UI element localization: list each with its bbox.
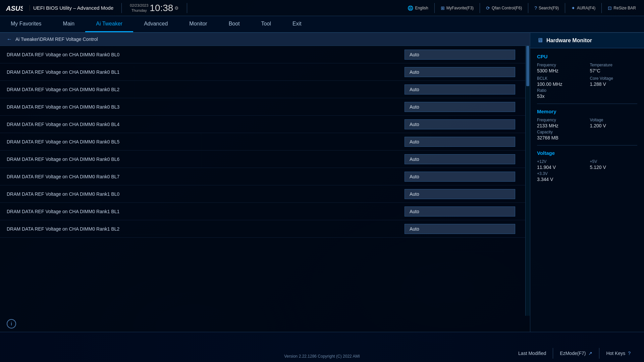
time-display: 10:38	[150, 3, 173, 13]
search-label: Search(F9)	[539, 6, 559, 10]
header-separator	[121, 3, 122, 13]
setting-value-3[interactable]: Auto	[405, 102, 515, 112]
setting-value-8[interactable]: Auto	[405, 189, 515, 199]
search-icon: ?	[534, 5, 537, 11]
memory-grid: Frequency 2133 MHz Voltage 1.200 V	[537, 118, 637, 128]
hotkeys-button[interactable]: Hot Keys ?	[599, 348, 637, 359]
setting-label-0: DRAM DATA REF Voltage on CHA DIMM0 Rank0…	[7, 52, 405, 57]
memory-frequency: Frequency 2133 MHz	[537, 118, 585, 128]
cpu-temperature: Temperature 57°C	[590, 63, 638, 73]
info-button[interactable]: i	[7, 319, 16, 328]
cpu-ratio: Ratio 53x	[537, 88, 637, 99]
setting-row-0[interactable]: DRAM DATA REF Voltage on CHA DIMM0 Rank0…	[0, 46, 525, 63]
setting-row-1[interactable]: DRAM DATA REF Voltage on CHA DIMM0 Rank0…	[0, 63, 525, 81]
time-gear-icon[interactable]: ⚙	[174, 5, 179, 11]
myfavorite-button[interactable]: ⊞ MyFavorite(F3)	[438, 4, 476, 12]
setting-row-3[interactable]: DRAM DATA REF Voltage on CHA DIMM0 Rank0…	[0, 98, 525, 116]
cpu-frequency: Frequency 5300 MHz	[537, 63, 585, 73]
scrollbar[interactable]	[525, 46, 530, 316]
svg-text:ASUS: ASUS	[6, 5, 23, 12]
voltage-33v: +3.3V 3.344 V	[537, 171, 637, 182]
bios-title: UEFI BIOS Utility – Advanced Mode	[30, 5, 113, 11]
hw-divider-1	[537, 104, 637, 104]
setting-value-5[interactable]: Auto	[405, 137, 515, 147]
search-button[interactable]: ? Search(F9)	[532, 4, 561, 12]
breadcrumb-path: Ai Tweaker\DRAM REF Voltage Control	[15, 37, 98, 42]
footer-right: Last Modified EzMode(F7) ↗ Hot Keys ?	[512, 348, 637, 359]
setting-value-7[interactable]: Auto	[405, 172, 515, 182]
header-sep-5	[528, 3, 528, 13]
settings-list: DRAM DATA REF Voltage on CHA DIMM0 Rank0…	[0, 46, 525, 316]
hw-monitor-panel: 🖥 Hardware Monitor CPU Frequency 5300 MH…	[530, 33, 644, 332]
qfan-button[interactable]: ⟳ Qfan Control(F6)	[483, 4, 525, 12]
setting-row-5[interactable]: DRAM DATA REF Voltage on CHA DIMM0 Rank0…	[0, 133, 525, 150]
setting-row-7[interactable]: DRAM DATA REF Voltage on CHA DIMM0 Rank0…	[0, 168, 525, 185]
setting-row-4[interactable]: DRAM DATA REF Voltage on CHA DIMM0 Rank0…	[0, 116, 525, 133]
setting-row-6[interactable]: DRAM DATA REF Voltage on CHA DIMM0 Rank0…	[0, 150, 525, 168]
setting-value-9[interactable]: Auto	[405, 206, 515, 217]
nav-monitor[interactable]: Monitor	[178, 16, 218, 32]
nav-boot[interactable]: Boot	[218, 16, 251, 32]
favorite-icon: ⊞	[441, 5, 445, 11]
setting-label-2: DRAM DATA REF Voltage on CHA DIMM0 Rank0…	[7, 87, 405, 92]
resizebar-label: ReSize BAR	[613, 6, 636, 10]
setting-value-10[interactable]: Auto	[405, 224, 515, 234]
content-area: ← Ai Tweaker\DRAM REF Voltage Control DR…	[0, 33, 644, 332]
main-panel: ← Ai Tweaker\DRAM REF Voltage Control DR…	[0, 33, 530, 332]
nav-bar: My Favorites Main Ai Tweaker Advanced Mo…	[0, 16, 644, 33]
nav-my-favorites[interactable]: My Favorites	[0, 16, 52, 32]
setting-label-1: DRAM DATA REF Voltage on CHA DIMM0 Rank0…	[7, 69, 405, 75]
resizebar-button[interactable]: ⊡ ReSize BAR	[605, 4, 639, 12]
info-area: i	[0, 316, 530, 332]
back-button[interactable]: ←	[7, 36, 12, 42]
ezmode-icon: ↗	[588, 351, 592, 356]
last-modified-button[interactable]: Last Modified	[512, 348, 553, 359]
setting-row-10[interactable]: DRAM DATA REF Voltage on CHA DIMM0 Rank1…	[0, 220, 525, 238]
asus-logo: ASUS	[5, 3, 23, 13]
setting-value-0[interactable]: Auto	[405, 50, 515, 60]
language-label: English	[415, 6, 428, 10]
setting-value-1[interactable]: Auto	[405, 67, 515, 77]
aura-label: AURA(F4)	[577, 6, 595, 10]
ezmode-label: EzMode(F7)	[560, 351, 586, 356]
setting-row-9[interactable]: DRAM DATA REF Voltage on CHA DIMM0 Rank1…	[0, 203, 525, 220]
hotkeys-label: Hot Keys	[606, 351, 625, 356]
hw-divider-2	[537, 145, 637, 145]
cpu-core-voltage: Core Voltage 1.288 V	[590, 76, 638, 87]
last-modified-label: Last Modified	[518, 351, 546, 356]
cpu-grid: Frequency 5300 MHz Temperature 57°C BCLK…	[537, 63, 637, 87]
setting-label-5: DRAM DATA REF Voltage on CHA DIMM0 Rank0…	[7, 139, 405, 144]
nav-advanced[interactable]: Advanced	[133, 16, 178, 32]
memory-section-title: Memory	[537, 109, 637, 114]
cpu-bclk: BCLK 100.00 MHz	[537, 76, 585, 87]
ezmode-button[interactable]: EzMode(F7) ↗	[553, 348, 599, 359]
header-separator-2	[187, 3, 187, 13]
setting-value-6[interactable]: Auto	[405, 154, 515, 164]
voltage-12v: +12V 11.904 V	[537, 159, 585, 170]
voltage-grid: +12V 11.904 V +5V 5.120 V	[537, 159, 637, 170]
qfan-label: Qfan Control(F6)	[492, 6, 522, 10]
setting-row-2[interactable]: DRAM DATA REF Voltage on CHA DIMM0 Rank0…	[0, 81, 525, 98]
hw-monitor-title: Hardware Monitor	[546, 38, 592, 44]
header-controls: 🌐 English ⊞ MyFavorite(F3) ⟳ Qfan Contro…	[405, 3, 639, 13]
hw-monitor-content: CPU Frequency 5300 MHz Temperature 57°C …	[530, 48, 644, 332]
header-sep-4	[480, 3, 480, 13]
cpu-section-title: CPU	[537, 54, 637, 59]
aura-button[interactable]: ✦ AURA(F4)	[569, 4, 598, 12]
setting-value-4[interactable]: Auto	[405, 119, 515, 129]
setting-row-8[interactable]: DRAM DATA REF Voltage on CHA DIMM0 Rank1…	[0, 185, 525, 203]
nav-ai-tweaker[interactable]: Ai Tweaker	[85, 16, 133, 32]
language-button[interactable]: 🌐 English	[405, 4, 431, 12]
nav-exit[interactable]: Exit	[282, 16, 312, 32]
nav-tool[interactable]: Tool	[251, 16, 282, 32]
hw-monitor-header: 🖥 Hardware Monitor	[530, 33, 644, 48]
hotkeys-icon: ?	[628, 351, 631, 356]
setting-label-6: DRAM DATA REF Voltage on CHA DIMM0 Rank0…	[7, 157, 405, 162]
footer: Version 2.22.1286 Copyright (C) 2022 AMI…	[0, 332, 644, 362]
setting-label-8: DRAM DATA REF Voltage on CHA DIMM0 Rank1…	[7, 191, 405, 197]
nav-main[interactable]: Main	[52, 16, 86, 32]
scrollbar-thumb[interactable]	[526, 46, 529, 86]
footer-version: Version 2.22.1286 Copyright (C) 2022 AMI	[284, 354, 360, 359]
setting-value-2[interactable]: Auto	[405, 84, 515, 95]
monitor-icon: 🖥	[537, 37, 543, 44]
